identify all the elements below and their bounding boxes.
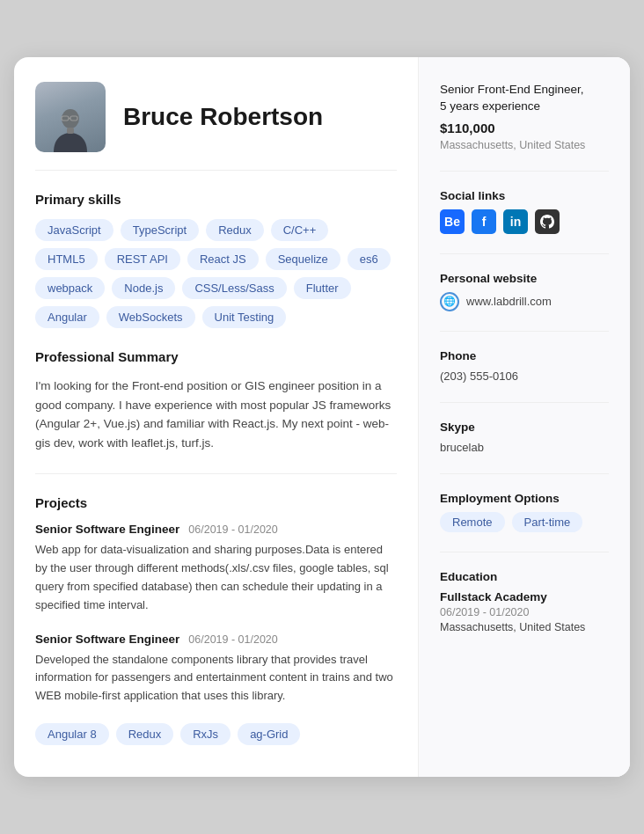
education-section: Education Fullstack Academy 06/2019 - 01… xyxy=(440,570,609,633)
left-panel: Bruce Robertson Primary skills JavaScrip… xyxy=(14,57,419,777)
project-date: 06/2019 - 01/2020 xyxy=(188,523,277,536)
project-item: Senior Software Engineer 06/2019 - 01/20… xyxy=(35,633,397,706)
avatar xyxy=(35,82,106,152)
project-header: Senior Software Engineer 06/2019 - 01/20… xyxy=(35,523,397,536)
skill-tag: CSS/Less/Sass xyxy=(182,277,286,299)
projects-title: Projects xyxy=(35,495,397,510)
website-title: Personal website xyxy=(440,272,609,285)
skill-tag: Sequelize xyxy=(266,248,340,270)
education-title: Education xyxy=(440,570,609,583)
project-description: Web app for data-visualization and shari… xyxy=(35,541,397,614)
avatar-image xyxy=(35,82,106,152)
employment-title: Employment Options xyxy=(440,492,609,505)
skill-tag: Unit Testing xyxy=(202,306,287,328)
skill-tag: JavaScript xyxy=(35,219,113,241)
skill-tag: HTML5 xyxy=(35,248,98,270)
divider-4 xyxy=(440,402,609,403)
project-tags: Angular 8ReduxRxJsag-Grid xyxy=(35,723,397,745)
skill-tag: WebSockets xyxy=(106,306,195,328)
skills-section: Primary skills JavaScriptTypeScriptRedux… xyxy=(35,192,397,328)
skill-tag: webpack xyxy=(35,277,105,299)
summary-text: I'm looking for the Front-end position o… xyxy=(35,377,397,452)
project-date: 06/2019 - 01/2020 xyxy=(188,633,277,646)
phone-number: (203) 555-0106 xyxy=(440,369,609,383)
svg-rect-4 xyxy=(67,128,74,134)
employment-tags: RemotePart-time xyxy=(440,512,609,532)
website-row: 🌐 www.labdrill.com xyxy=(440,292,609,311)
job-info-section: Senior Front-End Engineer, 5 years exper… xyxy=(440,82,609,151)
divider-1 xyxy=(440,171,609,172)
right-panel: Senior Front-End Engineer, 5 years exper… xyxy=(419,57,630,777)
skill-tag: es6 xyxy=(348,248,391,270)
behance-icon[interactable]: Be xyxy=(440,209,465,234)
skill-tag: C/C++ xyxy=(271,219,329,241)
social-section: Social links Be f in xyxy=(440,189,609,234)
github-icon[interactable] xyxy=(535,209,560,234)
skills-tags: JavaScriptTypeScriptReduxC/C++HTML5REST … xyxy=(35,219,397,328)
phone-title: Phone xyxy=(440,349,609,362)
location: Massachusetts, United States xyxy=(440,139,609,151)
project-tag: Angular 8 xyxy=(35,723,109,745)
website-url[interactable]: www.labdrill.com xyxy=(466,295,552,308)
social-title: Social links xyxy=(440,189,609,202)
edu-location: Massachusetts, United States xyxy=(440,621,609,633)
linkedin-icon[interactable]: in xyxy=(503,209,528,234)
resume-card: Bruce Robertson Primary skills JavaScrip… xyxy=(14,57,630,777)
divider-5 xyxy=(440,473,609,474)
phone-section: Phone (203) 555-0106 xyxy=(440,349,609,383)
project-tag: Redux xyxy=(116,723,174,745)
job-title: Senior Front-End Engineer, 5 years exper… xyxy=(440,82,609,115)
skype-section: Skype brucelab xyxy=(440,421,609,454)
profile-name: Bruce Robertson xyxy=(123,102,323,132)
skill-tag: Redux xyxy=(206,219,264,241)
project-item: Senior Software Engineer 06/2019 - 01/20… xyxy=(35,523,397,614)
projects-list: Senior Software Engineer 06/2019 - 01/20… xyxy=(35,523,397,706)
salary: $110,000 xyxy=(440,121,609,135)
profile-header: Bruce Robertson xyxy=(35,82,397,171)
facebook-icon[interactable]: f xyxy=(472,209,496,234)
project-tag: ag-Grid xyxy=(238,723,300,745)
skill-tag: React JS xyxy=(187,248,259,270)
divider-2 xyxy=(440,253,609,254)
projects-section: Projects Senior Software Engineer 06/201… xyxy=(35,495,397,745)
website-section: Personal website 🌐 www.labdrill.com xyxy=(440,272,609,311)
globe-icon: 🌐 xyxy=(440,292,459,311)
skype-title: Skype xyxy=(440,421,609,434)
project-title: Senior Software Engineer xyxy=(35,633,179,646)
social-icons-row: Be f in xyxy=(440,209,609,234)
edu-school: Fullstack Academy xyxy=(440,590,609,604)
skills-title: Primary skills xyxy=(35,192,397,207)
employment-tag: Remote xyxy=(440,512,505,532)
edu-date: 06/2019 - 01/2020 xyxy=(440,606,609,618)
project-header: Senior Software Engineer 06/2019 - 01/20… xyxy=(35,633,397,646)
divider-3 xyxy=(440,331,609,332)
divider-6 xyxy=(440,552,609,552)
skype-handle: brucelab xyxy=(440,441,609,454)
summary-section: Professional Summary I'm looking for the… xyxy=(35,349,397,474)
project-tag: RxJs xyxy=(180,723,231,745)
skill-tag: TypeScript xyxy=(121,219,199,241)
skill-tag: Angular xyxy=(35,306,99,328)
project-description: Developed the standalone components libr… xyxy=(35,651,397,706)
employment-section: Employment Options RemotePart-time xyxy=(440,492,609,532)
skill-tag: Flutter xyxy=(294,277,351,299)
project-title: Senior Software Engineer xyxy=(35,523,179,536)
skill-tag: REST API xyxy=(105,248,180,270)
employment-tag: Part-time xyxy=(512,512,583,532)
skill-tag: Node.js xyxy=(112,277,175,299)
summary-title: Professional Summary xyxy=(35,349,397,364)
